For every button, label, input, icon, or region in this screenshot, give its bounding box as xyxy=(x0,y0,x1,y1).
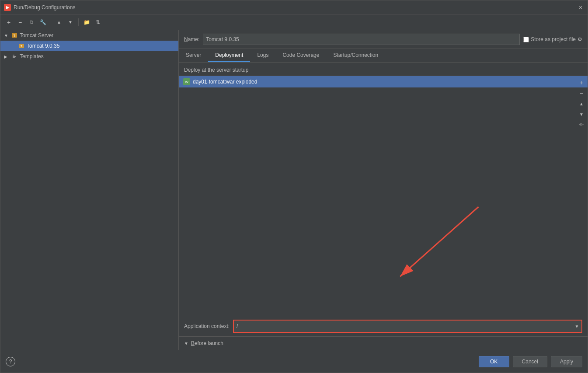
bottom-bar: ? OK Cancel Apply xyxy=(0,350,588,373)
toolbar-separator-2 xyxy=(78,18,79,26)
tab-server[interactable]: Server xyxy=(179,49,208,62)
deploy-section-label: Deploy at the server startup xyxy=(179,63,588,76)
tree-arrow-templates: ▶ xyxy=(4,54,9,59)
toolbar-separator-1 xyxy=(51,18,51,26)
app-context-label: Application context: xyxy=(184,323,230,329)
tree-label-tomcat-server: Tomcat Server xyxy=(20,32,53,38)
bottom-buttons: OK Cancel Apply xyxy=(479,356,582,367)
tab-logs[interactable]: Logs xyxy=(250,49,275,62)
deploy-move-up-button[interactable]: ▲ xyxy=(577,99,586,108)
tree-arrow-tomcat-server: ▼ xyxy=(4,33,9,38)
move-down-button[interactable]: ▼ xyxy=(66,17,75,27)
before-launch-label: Before launch xyxy=(191,340,223,346)
deploy-side-buttons: + − ▲ ▼ ✏ xyxy=(575,76,588,131)
sort-button[interactable]: ⇅ xyxy=(93,17,103,27)
name-input[interactable] xyxy=(203,34,520,45)
deploy-item-0[interactable]: W day01-tomcat:war exploded xyxy=(179,76,588,87)
before-launch-section: ▼ Before launch xyxy=(179,336,588,350)
svg-text:T: T xyxy=(21,45,23,48)
app-icon: ▶ xyxy=(4,4,11,11)
deploy-items-list: W day01-tomcat:war exploded xyxy=(179,76,588,316)
before-launch-collapse-icon[interactable]: ▼ xyxy=(184,341,188,346)
app-context-row: Application context: ▼ xyxy=(179,316,588,336)
store-project-gear-icon[interactable]: ⚙ xyxy=(578,36,582,42)
svg-text:T: T xyxy=(14,34,16,37)
right-panel: Name: Store as project file ⚙ Server Dep… xyxy=(179,30,588,350)
ok-button[interactable]: OK xyxy=(479,356,509,367)
svg-text:W: W xyxy=(185,80,188,84)
store-project-checkbox[interactable] xyxy=(523,37,529,42)
deploy-item-icon-0: W xyxy=(183,78,190,85)
app-context-input[interactable] xyxy=(234,321,572,332)
app-context-dropdown-button[interactable]: ▼ xyxy=(572,321,581,332)
store-project-label: Store as project file xyxy=(531,36,576,42)
tree-label-tomcat-9035: Tomcat 9.0.35 xyxy=(27,43,59,49)
title-bar: ▶ Run/Debug Configurations × xyxy=(0,0,588,14)
name-row: Name: Store as project file ⚙ xyxy=(179,30,588,49)
close-button[interactable]: × xyxy=(577,4,584,11)
tabs-bar: Server Deployment Logs Code Coverage Sta… xyxy=(179,49,588,63)
dialog-title: Run/Debug Configurations xyxy=(14,4,577,10)
tree-item-tomcat-9035[interactable]: ▶ T Tomcat 9.0.35 xyxy=(0,41,178,51)
folder-button[interactable]: 📁 xyxy=(82,17,91,27)
toolbar: + − ⧉ 🔧 ▲ ▼ 📁 ⇅ xyxy=(0,14,588,30)
apply-button[interactable]: Apply xyxy=(551,356,582,367)
move-up-button[interactable]: ▲ xyxy=(54,17,64,27)
deploy-item-label-0: day01-tomcat:war exploded xyxy=(193,79,257,85)
tab-deployment[interactable]: Deployment xyxy=(208,49,250,62)
tab-code-coverage[interactable]: Code Coverage xyxy=(275,49,326,62)
tab-content-deployment: Deploy at the server startup W xyxy=(179,63,588,350)
deploy-remove-button[interactable]: − xyxy=(577,88,586,98)
left-panel: ▼ T Tomcat Server ▶ T Tom xyxy=(0,30,179,350)
remove-config-button[interactable]: − xyxy=(15,17,25,27)
tomcat-server-icon: T xyxy=(11,32,18,39)
help-button[interactable]: ? xyxy=(6,357,15,366)
tomcat-9035-icon: T xyxy=(18,42,25,49)
main-content: ▼ T Tomcat Server ▶ T Tom xyxy=(0,30,588,350)
add-config-button[interactable]: + xyxy=(4,17,14,27)
deploy-add-button[interactable]: + xyxy=(577,78,586,87)
tree-item-templates[interactable]: ▶ Templates xyxy=(0,51,178,62)
templates-icon xyxy=(11,53,18,60)
tab-startup-connection[interactable]: Startup/Connection xyxy=(326,49,385,62)
deploy-move-down-button[interactable]: ▼ xyxy=(577,109,586,119)
run-debug-dialog: ▶ Run/Debug Configurations × + − ⧉ 🔧 ▲ ▼… xyxy=(0,0,588,373)
name-label: Name: xyxy=(184,36,199,42)
deploy-edit-button[interactable]: ✏ xyxy=(577,120,586,129)
settings-button[interactable]: 🔧 xyxy=(38,17,48,27)
copy-config-button[interactable]: ⧉ xyxy=(27,17,36,27)
tree-label-templates: Templates xyxy=(20,53,44,59)
deploy-list-wrapper: W day01-tomcat:war exploded xyxy=(179,76,588,316)
deploy-section: Deploy at the server startup W xyxy=(179,63,588,336)
cancel-button[interactable]: Cancel xyxy=(513,356,547,367)
app-context-input-wrap: ▼ xyxy=(233,320,582,333)
tree-item-tomcat-server[interactable]: ▼ T Tomcat Server xyxy=(0,30,178,41)
store-project-section: Store as project file ⚙ xyxy=(523,36,582,42)
